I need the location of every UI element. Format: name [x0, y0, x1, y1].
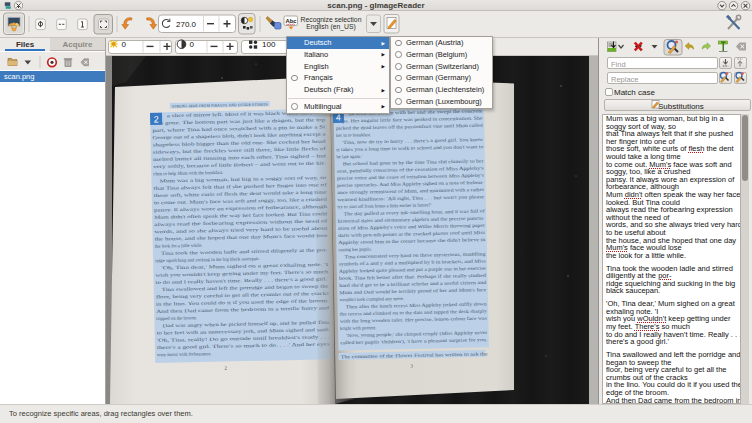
- svg-text:bright with portent.: bright with portent.: [340, 325, 376, 331]
- svg-text:the look for a little while.: the look for a little while.: [155, 243, 203, 249]
- svg-text:her in to breakfast.: her in to breakfast.: [336, 132, 371, 138]
- svg-text:tripped on the broom.: tripped on the broom.: [156, 315, 197, 321]
- svg-text:be late again.': be late again.': [336, 154, 362, 160]
- svg-text:caning her pupils.: caning her pupils.: [338, 247, 372, 253]
- svg-text:2: 2: [154, 114, 159, 124]
- svg-text:4: 4: [336, 112, 341, 122]
